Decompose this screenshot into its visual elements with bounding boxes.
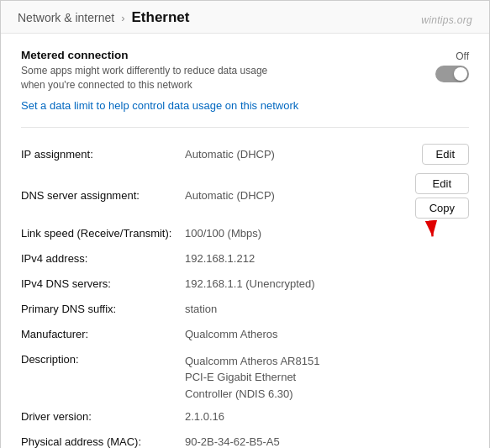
breadcrumb-chevron: ›: [121, 12, 124, 24]
primary-dns-suffix-row: Primary DNS suffix: station: [21, 298, 469, 324]
settings-window: Network & internet › Ethernet wintips.or…: [0, 0, 490, 448]
dns-edit-button[interactable]: Edit: [415, 173, 469, 194]
ip-assignment-value: Automatic (DHCP): [185, 148, 415, 161]
metered-title: Metered connection: [21, 49, 267, 61]
ipv4-dns-label: IPv4 DNS servers:: [21, 277, 185, 290]
ip-assignment-edit-button[interactable]: Edit: [422, 144, 469, 165]
content-area: Metered connection Some apps might work …: [1, 34, 489, 448]
ipv4-dns-value: 192.168.1.1 (Unencrypted): [185, 277, 469, 290]
breadcrumb-network[interactable]: Network & internet: [18, 11, 114, 24]
dns-assignment-label: DNS server assignment:: [21, 189, 185, 202]
driver-version-value: 2.1.0.16: [185, 410, 469, 423]
breadcrumb: Network & internet › Ethernet: [18, 9, 189, 26]
ipv4-address-row: IPv4 address: 192.168.1.212: [21, 248, 469, 273]
dns-buttons-col: Edit Copy: [408, 173, 469, 219]
link-speed-row: Link speed (Receive/Transmit): 100/100 (…: [21, 223, 469, 248]
dns-copy-button[interactable]: Copy: [415, 198, 469, 219]
mac-address-value: 90-2B-34-62-B5-A5: [185, 435, 469, 448]
ip-assignment-row: IP assignment: Automatic (DHCP) Edit: [21, 140, 469, 169]
mac-address-label: Physical address (MAC):: [21, 435, 185, 448]
manufacturer-row: Manufacturer: Qualcomm Atheros: [21, 324, 469, 349]
section-divider: [21, 127, 469, 128]
metered-connection-section: Metered connection Some apps might work …: [21, 49, 469, 92]
metered-description: Some apps might work differently to redu…: [21, 64, 267, 92]
metered-toggle[interactable]: [435, 66, 469, 82]
primary-dns-suffix-value: station: [185, 303, 469, 315]
driver-version-label: Driver version:: [21, 410, 185, 423]
toggle-wrapper: Off: [435, 50, 469, 82]
manufacturer-label: Manufacturer:: [21, 328, 185, 340]
ipv4-dns-row: IPv4 DNS servers: 192.168.1.1 (Unencrypt…: [21, 273, 469, 298]
driver-version-row: Driver version: 2.1.0.16: [21, 406, 469, 431]
toggle-knob: [454, 67, 467, 81]
description-row: Description: Qualcomm Atheros AR8151PCI-…: [21, 349, 469, 407]
breadcrumb-ethernet: Ethernet: [132, 9, 190, 26]
dns-assignment-value: Automatic (DHCP): [185, 189, 402, 202]
ipv4-address-label: IPv4 address:: [21, 252, 185, 265]
manufacturer-value: Qualcomm Atheros: [185, 328, 469, 340]
watermark: wintips.org: [421, 14, 472, 26]
toggle-label: Off: [456, 50, 469, 62]
ipv4-address-value: 192.168.1.212: [185, 252, 469, 265]
link-speed-value: 100/100 (Mbps): [185, 227, 469, 240]
description-value: Qualcomm Atheros AR8151PCI-E Gigabit Eth…: [185, 353, 469, 403]
primary-dns-suffix-label: Primary DNS suffix:: [21, 303, 185, 315]
metered-text-block: Metered connection Some apps might work …: [21, 49, 267, 92]
description-label: Description:: [21, 353, 185, 366]
link-speed-label: Link speed (Receive/Transmit):: [21, 227, 185, 240]
ip-assignment-label: IP assignment:: [21, 148, 185, 161]
mac-address-row: Physical address (MAC): 90-2B-34-62-B5-A…: [21, 431, 469, 448]
header: Network & internet › Ethernet wintips.or…: [1, 1, 489, 34]
dns-assignment-row: DNS server assignment: Automatic (DHCP) …: [21, 169, 469, 223]
data-limit-link[interactable]: Set a data limit to help control data us…: [21, 99, 469, 112]
